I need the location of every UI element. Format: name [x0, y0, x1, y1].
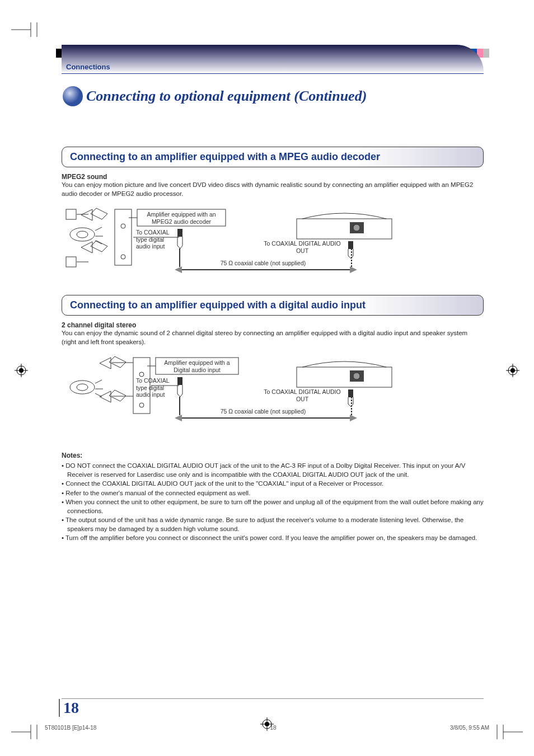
svg-point-70: [353, 373, 360, 379]
registration-mark-left-icon: [15, 364, 28, 379]
page-title-text: Connecting to optional equipment (Contin…: [86, 88, 367, 105]
svg-point-43: [353, 224, 360, 231]
svg-marker-19: [81, 242, 92, 253]
page-title: Connecting to optional equipment (Contin…: [62, 85, 484, 107]
footer-datetime: 3/8/05, 9:55 AM: [450, 725, 489, 731]
svg-marker-37: [175, 266, 182, 273]
section1-diagram: Amplifier equipped with an MPEG2 audio d…: [62, 204, 484, 281]
diagram2-out-label: To COAXIAL DIGITAL AUDIO OUT: [263, 388, 341, 402]
note-item: • Refer to the owner's manual of the con…: [62, 489, 484, 498]
svg-marker-38: [350, 266, 357, 273]
svg-rect-41: [297, 219, 392, 239]
crop-mark-icon: [11, 22, 39, 37]
svg-rect-16: [66, 209, 76, 219]
registration-mark-bottom-icon: [260, 717, 274, 732]
section1-subhead: MPEG2 sound: [62, 173, 484, 181]
notes-list: • DO NOT connect the COAXIAL DIGITAL AUD…: [62, 462, 484, 543]
section1-heading-box: Connecting to an amplifier equipped with…: [62, 147, 484, 167]
notes-section: Notes: • DO NOT connect the COAXIAL DIGI…: [62, 452, 484, 543]
svg-point-51: [139, 403, 144, 407]
note-item: • The output sound of the unit has a wid…: [62, 516, 484, 533]
section1-heading: Connecting to an amplifier equipped with…: [70, 151, 475, 163]
svg-point-14: [510, 368, 515, 373]
svg-line-58: [95, 393, 102, 397]
svg-marker-65: [350, 415, 357, 421]
svg-point-28: [77, 231, 88, 238]
page-number: 18: [59, 699, 79, 717]
svg-point-50: [139, 372, 144, 377]
svg-rect-62: [177, 377, 182, 385]
crop-mark-icon: [11, 725, 39, 739]
section2-heading: Connecting to an amplifier equipped with…: [70, 299, 475, 311]
svg-marker-18: [81, 209, 92, 220]
diagram2-amp-label: Amplifier equipped with a Digital audio …: [157, 359, 237, 373]
svg-marker-46: [109, 356, 126, 368]
svg-marker-48: [109, 390, 126, 401]
svg-line-29: [95, 227, 102, 231]
svg-point-27: [70, 228, 95, 241]
note-item: • Turn off the amplifier before you conn…: [62, 534, 484, 543]
svg-line-31: [95, 241, 102, 244]
svg-rect-35: [177, 229, 182, 237]
svg-rect-17: [66, 257, 76, 267]
diagram1-amp-label: Amplifier equipped with an MPEG2 audio d…: [139, 211, 224, 225]
note-item: • DO NOT connect the COAXIAL DIGITAL AUD…: [62, 462, 484, 479]
diagram2-input-label: To COAXIAL type digital audio input: [136, 377, 175, 398]
footer-rule: [62, 698, 484, 699]
svg-line-56: [95, 380, 102, 383]
svg-point-55: [77, 384, 88, 391]
svg-point-10: [19, 368, 24, 373]
top-crop-marks: [0, 22, 534, 39]
registration-mark-right-icon: [506, 364, 519, 379]
svg-point-75: [265, 722, 269, 726]
svg-marker-64: [175, 415, 182, 421]
diagram1-input-label: To COAXIAL type digital audio input: [136, 229, 175, 250]
svg-point-26: [121, 255, 125, 259]
svg-rect-71: [348, 389, 353, 397]
page-content: Connections Connecting to optional equip…: [62, 45, 484, 689]
note-item: • When you connect the unit to other equ…: [62, 498, 484, 515]
svg-rect-44: [348, 241, 353, 249]
notes-heading: Notes:: [62, 452, 484, 459]
note-item: • Connect the COAXIAL DIGITAL AUDIO OUT …: [62, 480, 484, 489]
svg-marker-45: [100, 358, 111, 369]
diagram1-cable-label: 75 Ω coaxial cable (not supplied): [202, 260, 325, 266]
section2-subhead: 2 channel digital stereo: [62, 321, 484, 329]
footer-doc-id: 5T80101B [E]p14-18: [45, 725, 96, 731]
svg-rect-68: [297, 367, 392, 387]
section-label: Connections: [62, 63, 484, 74]
section2-diagram: Amplifier equipped with a Digital audio …: [62, 352, 484, 429]
svg-point-54: [70, 381, 95, 394]
crop-mark-icon: [495, 725, 523, 739]
diagram2-cable-label: 75 Ω coaxial cable (not supplied): [202, 408, 325, 415]
svg-marker-20: [91, 208, 107, 219]
sphere-bullet-icon: [62, 85, 84, 107]
svg-point-15: [63, 86, 83, 106]
section2-heading-box: Connecting to an amplifier equipped with…: [62, 295, 484, 316]
section2-body: You can enjoy the dynamic sound of 2 cha…: [62, 329, 484, 346]
section1-body: You can enjoy motion picture and live co…: [62, 181, 484, 198]
svg-point-25: [121, 224, 125, 228]
diagram1-out-label: To COAXIAL DIGITAL AUDIO OUT: [263, 240, 341, 254]
